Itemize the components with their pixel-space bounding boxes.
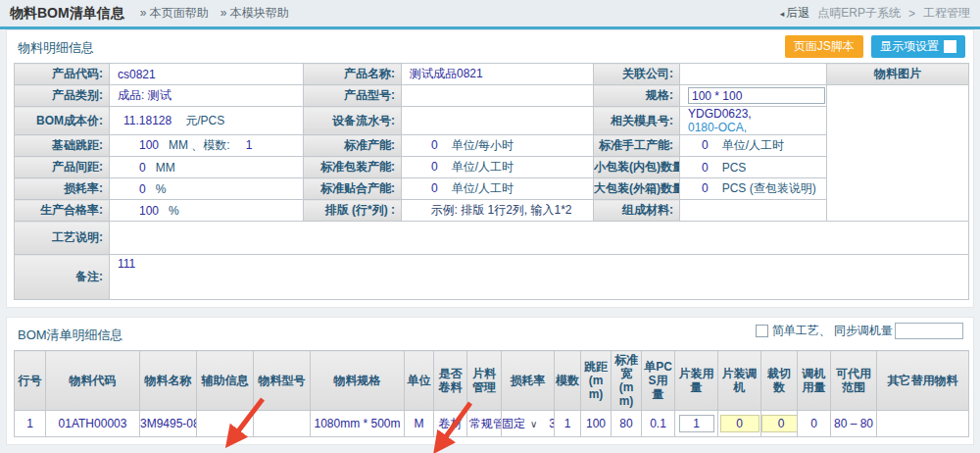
product-gap-label: 产品间距: bbox=[15, 157, 110, 178]
simple-process-option: 简单工艺、 同步调机量 bbox=[756, 323, 963, 339]
sheet-usage-input[interactable] bbox=[679, 415, 714, 432]
bom-header-is-roll: 是否卷料 bbox=[434, 351, 467, 411]
std-manual-capacity-unit: 单位/人工时 bbox=[722, 138, 784, 152]
top-bar: 物料BOM清单信息 » 本页面帮助 » 本模块帮助 ◂后退 点晴ERP子系统 >… bbox=[0, 0, 980, 29]
bom-header-other-substitute: 其它替用物料 bbox=[877, 351, 969, 411]
bom-cost-value: 11.18128 bbox=[123, 114, 172, 127]
bom-header-cut-count: 裁切数 bbox=[761, 351, 798, 411]
product-category-label: 产品类别: bbox=[15, 85, 110, 107]
loss-value: 3 bbox=[549, 417, 554, 430]
bom-cell-material-name: 3M9495-082 bbox=[140, 411, 197, 437]
remark-value: 111 bbox=[110, 255, 969, 300]
product-model-value bbox=[402, 85, 594, 107]
bom-header-material-code: 物料代码 bbox=[46, 351, 140, 411]
sheet-tuning-input[interactable] bbox=[720, 415, 760, 432]
std-fit-capacity-label: 标准贴合产能: bbox=[304, 178, 402, 200]
loss-rate-unit: % bbox=[156, 182, 167, 196]
materials-label: 组成材料: bbox=[594, 200, 680, 222]
loss-type-select[interactable]: 固定∨ bbox=[502, 416, 537, 432]
loss-rate-label: 损耗率: bbox=[15, 178, 110, 200]
product-name-label: 产品名称: bbox=[304, 64, 402, 85]
display-settings-toggle[interactable] bbox=[944, 40, 956, 53]
bom-list-panel: BOM清单明细信息 简单工艺、 同步调机量 行号 物料代码 物料名称 辅助信息 … bbox=[6, 317, 974, 445]
bom-cell-module: 1 bbox=[555, 411, 581, 437]
back-button[interactable]: ◂后退 bbox=[780, 5, 810, 22]
bom-cell-unit: M bbox=[405, 411, 434, 437]
std-fit-capacity-value: 0 bbox=[431, 181, 438, 195]
breadcrumb-module[interactable]: 工程管理 bbox=[923, 5, 970, 22]
related-company-label: 关联公司: bbox=[594, 64, 680, 85]
std-capacity-unit: 单位/每小时 bbox=[452, 138, 514, 152]
bom-cell-material-spec: 1080mm * 500m bbox=[311, 411, 405, 437]
std-pack-capacity-label: 标准包装产能: bbox=[304, 157, 402, 178]
std-capacity-label: 标准产能: bbox=[304, 135, 402, 157]
bom-cost-unit: 元/PCS bbox=[185, 114, 224, 127]
remark-label: 备注: bbox=[15, 255, 110, 300]
chevron-down-icon: ∨ bbox=[530, 419, 537, 429]
pass-rate-label: 生产合格率: bbox=[15, 200, 110, 222]
big-pack-label: 大包装(外箱)数量: bbox=[594, 178, 680, 200]
module-count-value: 1 bbox=[246, 138, 253, 152]
std-capacity-value: 0 bbox=[431, 138, 438, 152]
small-pack-unit: PCS bbox=[722, 161, 747, 175]
spec-input[interactable] bbox=[688, 87, 825, 104]
mold-number-link[interactable]: 0180-OCA, bbox=[688, 121, 826, 134]
bom-header-std-width: 标准宽 (mm) bbox=[612, 351, 642, 411]
product-name-value: 测试成品0821 bbox=[402, 64, 594, 85]
spec-label: 规格: bbox=[594, 85, 680, 107]
display-settings-button[interactable]: 显示项设置 bbox=[871, 35, 965, 58]
bom-cell-other-substitute bbox=[877, 411, 969, 437]
page-js-script-button[interactable]: 页面JS脚本 bbox=[785, 35, 863, 58]
material-detail-form: 产品代码: cs0821 产品名称: 测试成品0821 关联公司: 物料图片 产… bbox=[14, 63, 969, 300]
pass-rate-value: 100 bbox=[139, 204, 159, 218]
std-pack-capacity-value: 0 bbox=[431, 160, 438, 174]
module-help-link[interactable]: » 本模块帮助 bbox=[220, 5, 289, 22]
bom-header-sheet-tuning: 片装调机 bbox=[718, 351, 761, 411]
bom-cell-substitute-range: 80 – 80 bbox=[831, 411, 877, 437]
std-manual-capacity-value: 0 bbox=[702, 138, 709, 152]
bom-header-module: 模数 bbox=[555, 351, 581, 411]
pass-rate-unit: % bbox=[169, 204, 179, 218]
layout-hint: 示例: 排版 1行2列, 输入1*2 bbox=[410, 202, 593, 219]
bom-cell-std-width: 80 bbox=[612, 411, 642, 437]
back-arrow-icon: ◂ bbox=[780, 9, 785, 19]
bom-cell-aux-info bbox=[197, 411, 254, 437]
simple-process-checkbox[interactable] bbox=[756, 325, 768, 337]
small-pack-label: 小包装(内包)数量: bbox=[594, 157, 680, 178]
bom-header-tuning-usage: 调机用量 bbox=[798, 351, 831, 411]
bom-data-row: 1 01ATH00003 3M9495-082 1080mm * 500m M … bbox=[15, 411, 969, 437]
std-fit-capacity-unit: 单位/人工时 bbox=[452, 181, 514, 195]
sync-tuning-input[interactable] bbox=[895, 323, 963, 339]
mold-number-1: YDGD0623, bbox=[688, 107, 826, 121]
device-serial-value bbox=[402, 107, 594, 135]
mold-label: 相关模具号: bbox=[594, 107, 680, 135]
back-label: 后退 bbox=[786, 5, 809, 22]
top-navigation: ◂后退 点晴ERP子系统 > 工程管理 bbox=[780, 5, 970, 22]
material-detail-panel: 物料明细信息 页面JS脚本 显示项设置 产品代码: cs0821 产品名称: 测… bbox=[6, 29, 974, 308]
page-title: 物料BOM清单信息 bbox=[10, 5, 124, 23]
breadcrumb-separator: > bbox=[908, 7, 915, 21]
bom-cell-pitch: 100 bbox=[581, 411, 612, 437]
std-pack-capacity-unit: 单位/人工时 bbox=[452, 160, 514, 174]
bom-header-sheet-mgmt: 片料管理 bbox=[467, 351, 502, 411]
product-code-value: cs0821 bbox=[110, 64, 304, 85]
bom-cell-sheet-mgmt: 常规管理 bbox=[467, 411, 502, 437]
big-pack-value: 0 bbox=[702, 181, 709, 195]
bom-header-row: 行号 物料代码 物料名称 辅助信息 物料型号 物料规格 单位 是否卷料 片料管理… bbox=[15, 351, 969, 411]
bom-header-sheet-usage: 片装用量 bbox=[675, 351, 718, 411]
material-image-header: 物料图片 bbox=[827, 64, 969, 85]
bom-cell-tuning-usage: 0 bbox=[798, 411, 831, 437]
bom-header-pitch: 跳距 (mm) bbox=[581, 351, 612, 411]
breadcrumb-app[interactable]: 点晴ERP子系统 bbox=[817, 5, 901, 22]
bom-cell-material-code: 01ATH00003 bbox=[46, 411, 140, 437]
bom-header-loss-rate: 损耗率 bbox=[502, 351, 555, 411]
product-model-label: 产品型号: bbox=[304, 85, 402, 107]
std-manual-capacity-label: 标准手工产能: bbox=[594, 135, 680, 157]
bom-cell-per-pcs-usage: 0.1 bbox=[642, 411, 675, 437]
simple-process-label: 简单工艺、 同步调机量 bbox=[772, 323, 893, 339]
loss-rate-value: 0 bbox=[139, 182, 146, 196]
product-gap-unit: MM bbox=[156, 161, 175, 175]
bom-header-unit: 单位 bbox=[405, 351, 434, 411]
page-help-link[interactable]: » 本页面帮助 bbox=[140, 5, 209, 22]
cut-count-input[interactable] bbox=[761, 415, 798, 432]
